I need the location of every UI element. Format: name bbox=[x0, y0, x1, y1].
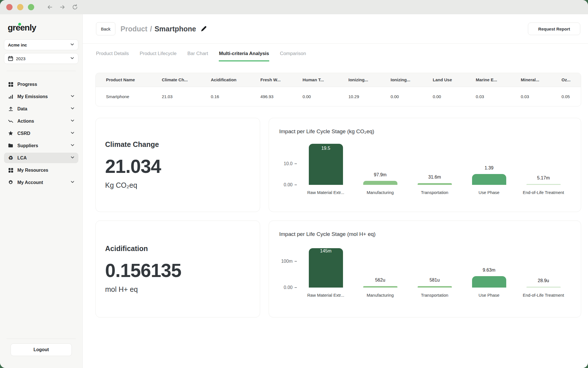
sidebar-item-label: LCA bbox=[17, 155, 27, 161]
bar-value-label: 5.17m bbox=[537, 175, 550, 181]
forward-icon[interactable] bbox=[58, 3, 67, 11]
bar bbox=[363, 286, 397, 288]
year-selector[interactable]: 2023 bbox=[4, 53, 78, 64]
logout-button[interactable]: Logout bbox=[11, 343, 72, 356]
co2-lifecycle-chart-card: Impact per Life Cycle Stage (kg CO₂eq) 1… bbox=[269, 118, 581, 212]
browser-nav-buttons bbox=[46, 3, 79, 11]
bar bbox=[526, 184, 561, 185]
bar-chart-icon bbox=[8, 94, 14, 99]
stat-title: Climate Change bbox=[105, 140, 250, 149]
table-cell: 496.93 bbox=[260, 87, 303, 106]
calendar-icon bbox=[8, 56, 13, 61]
sidebar-item-label: Suppliers bbox=[17, 143, 38, 148]
sidebar-item-actions[interactable]: Actions bbox=[4, 116, 78, 126]
tab-product-lifecycle[interactable]: Product Lifecycle bbox=[140, 51, 176, 61]
back-icon[interactable] bbox=[46, 3, 54, 11]
sidebar-item-label: My Emissions bbox=[17, 94, 48, 99]
minimize-button[interactable] bbox=[17, 4, 23, 10]
y-axis-tick: 0.00 bbox=[284, 285, 297, 290]
chevron-down-icon bbox=[70, 143, 75, 148]
x-axis-label: Use Phase bbox=[462, 293, 516, 298]
back-button[interactable]: Back bbox=[96, 22, 115, 35]
grid-icon bbox=[8, 168, 14, 173]
sidebar-divider bbox=[7, 71, 76, 71]
bar-slot: 28.9u bbox=[516, 245, 571, 288]
close-button[interactable] bbox=[6, 4, 13, 10]
sidebar-item-data[interactable]: Data bbox=[4, 104, 78, 114]
page-title: Product / Smartphone bbox=[121, 25, 207, 33]
bar-value-label: 1.39 bbox=[485, 165, 493, 171]
sidebar-divider bbox=[7, 339, 76, 339]
sidebar-item-my-resources[interactable]: My Resources bbox=[4, 165, 78, 175]
bar: 19.5 bbox=[309, 144, 343, 185]
table-cell: 0.03 bbox=[476, 87, 521, 106]
y-axis: 100m0.00 bbox=[279, 245, 297, 288]
bar-slot: 19.5 bbox=[299, 142, 353, 185]
sidebar-nav: ProgressMy EmissionsDataActionsCSRDSuppl… bbox=[4, 77, 78, 189]
main-area: Back Product / Smartphone Request Report… bbox=[83, 14, 588, 368]
column-header: Ionizing... bbox=[348, 73, 391, 87]
folder-icon bbox=[8, 143, 14, 148]
bar-value-label: 145m bbox=[299, 248, 353, 254]
bar-slot: 5.17m bbox=[516, 142, 571, 185]
company-selector[interactable]: Acme inc bbox=[4, 39, 78, 50]
bar-chart: 10.00.0019.597.9m31.6m1.395.17mRaw Mater… bbox=[279, 142, 571, 195]
sidebar-item-label: My Account bbox=[17, 180, 43, 185]
bar-slot: 9.63m bbox=[462, 245, 516, 288]
bar: 145m bbox=[309, 248, 343, 288]
x-axis-label: Raw Material Extr... bbox=[299, 293, 353, 298]
browser-chrome bbox=[0, 0, 588, 14]
company-selector-value: Acme inc bbox=[8, 43, 27, 47]
column-header: Mineral... bbox=[521, 73, 562, 87]
column-header: Human T... bbox=[303, 73, 348, 87]
sidebar-item-suppliers[interactable]: Suppliers bbox=[4, 140, 78, 151]
sidebar-item-label: My Resources bbox=[17, 168, 48, 173]
column-header: Climate Ch... bbox=[162, 73, 211, 87]
sidebar-item-lca[interactable]: ♻LCA bbox=[4, 153, 78, 163]
bar-value-label: 9.63m bbox=[483, 268, 495, 273]
column-header: Marine E... bbox=[476, 73, 521, 87]
reload-icon[interactable] bbox=[71, 3, 79, 11]
sidebar-item-label: Actions bbox=[17, 119, 34, 124]
column-header: Ionizing... bbox=[391, 73, 433, 87]
year-selector-value: 2023 bbox=[16, 56, 25, 61]
y-axis-tick: 0.00 bbox=[284, 182, 297, 187]
upload-icon bbox=[8, 106, 14, 112]
chevron-down-icon bbox=[70, 94, 75, 99]
x-axis-label: Use Phase bbox=[462, 190, 516, 195]
x-axis-label: Transportation bbox=[407, 190, 462, 195]
bar-value-label: 581u bbox=[430, 278, 440, 283]
bar bbox=[472, 276, 506, 288]
bar-slot: 145m bbox=[299, 245, 353, 288]
breadcrumb-separator: / bbox=[150, 25, 152, 33]
sidebar-item-progress[interactable]: Progress bbox=[4, 79, 78, 90]
bar bbox=[418, 183, 452, 185]
zoom-button[interactable] bbox=[28, 4, 34, 10]
sidebar-item-my-account[interactable]: My Account bbox=[4, 177, 78, 188]
bar-slot: 562u bbox=[353, 245, 407, 288]
bar-chart: 100m0.00145m562u581u9.63m28.9uRaw Materi… bbox=[279, 245, 571, 298]
table-cell: Smartphone bbox=[96, 87, 162, 106]
tab-product-details[interactable]: Product Details bbox=[96, 51, 129, 61]
pencil-icon[interactable] bbox=[200, 25, 207, 32]
x-axis-label: Raw Material Extr... bbox=[299, 190, 353, 195]
breadcrumb-root: Product bbox=[121, 25, 147, 33]
logo-dot-icon bbox=[18, 23, 21, 26]
acidification-lifecycle-chart-card: Impact per Life Cycle Stage (mol H+ eq) … bbox=[269, 221, 581, 318]
sidebar-item-csrd[interactable]: CSRD bbox=[4, 128, 78, 139]
request-report-button[interactable]: Request Report bbox=[528, 23, 580, 35]
x-axis-label: Transportation bbox=[407, 293, 462, 298]
stat-value: 21.034 bbox=[105, 155, 250, 177]
chevron-down-icon bbox=[70, 180, 75, 185]
tab-bar-chart[interactable]: Bar Chart bbox=[187, 51, 208, 61]
page-header: Back Product / Smartphone Request Report bbox=[83, 14, 588, 44]
chevron-down-icon bbox=[70, 118, 75, 124]
table-row[interactable]: Smartphone21.030.16496.930.0010.290.000.… bbox=[96, 87, 581, 106]
app-window: greenly Acme inc 2023 ProgressMy Emissio… bbox=[0, 0, 588, 368]
chevron-down-icon bbox=[70, 131, 75, 136]
sidebar-item-my-emissions[interactable]: My Emissions bbox=[4, 91, 78, 102]
tab-comparison[interactable]: Comparison bbox=[280, 51, 306, 61]
bar-slot: 1.39 bbox=[462, 142, 516, 185]
bar-slot: 97.9m bbox=[353, 142, 407, 185]
tab-multi-criteria-analysis[interactable]: Multi-criteria Analysis bbox=[219, 51, 269, 61]
